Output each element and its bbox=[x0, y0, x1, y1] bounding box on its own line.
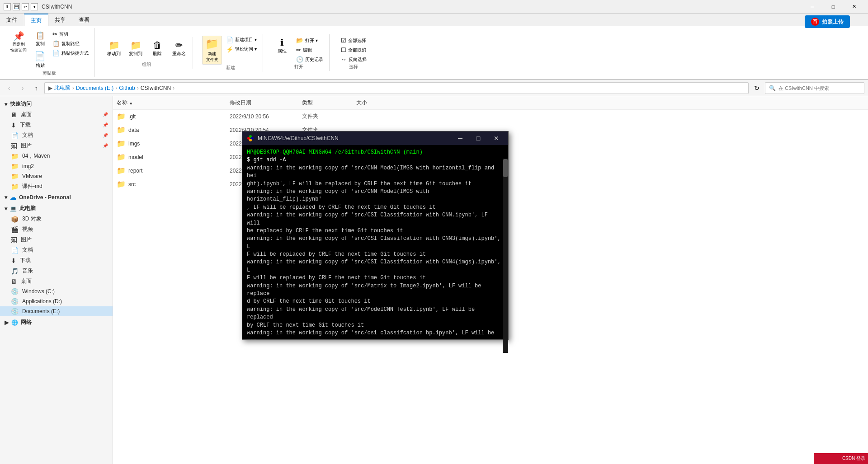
paste-button[interactable]: 📄 粘贴 bbox=[32, 49, 48, 70]
maximize-button[interactable]: □ bbox=[823, 0, 844, 14]
copy-path-icon: 📋 bbox=[52, 40, 60, 47]
dropdown-icon[interactable]: ▾ bbox=[31, 3, 38, 10]
pc-documents-label: 文档 bbox=[22, 246, 33, 254]
save-icon[interactable]: 💾 bbox=[13, 3, 20, 10]
sidebar-item-pc-documents[interactable]: 📄 文档 bbox=[0, 245, 113, 255]
history-icon: 🕒 bbox=[296, 56, 303, 63]
courseware-icon: 📁 bbox=[11, 183, 19, 190]
folder-icon: 📁 bbox=[117, 180, 126, 188]
new-item-button[interactable]: 📄 新建项目 ▾ bbox=[224, 36, 259, 44]
terminal-line: $ git add -A bbox=[247, 156, 504, 164]
path-computer[interactable]: 此电脑 bbox=[54, 84, 71, 92]
sidebar-item-vmware[interactable]: 📁 VMware bbox=[0, 171, 113, 181]
sidebar-item-drive-d[interactable]: 💿 Applications (D:) bbox=[0, 296, 113, 306]
sidebar-item-downloads[interactable]: ⬇ 下载 📌 bbox=[0, 120, 113, 130]
back-button[interactable]: ‹ bbox=[4, 83, 14, 94]
open-button[interactable]: 📂 打开 ▾ bbox=[294, 36, 326, 45]
terminal-maximize[interactable]: □ bbox=[471, 131, 486, 145]
invert-selection-button[interactable]: ↔ 反向选择 bbox=[339, 55, 369, 64]
refresh-button[interactable]: ↻ bbox=[751, 83, 762, 94]
upload-button[interactable]: 百 拍照上传 bbox=[805, 15, 850, 28]
onedrive-header[interactable]: ▾ ☁ OneDrive - Personal bbox=[0, 192, 113, 202]
3d-icon: 📦 bbox=[11, 216, 19, 223]
network-icon: 🌐 bbox=[11, 319, 18, 326]
quick-access-header[interactable]: ▾ 快速访问 bbox=[0, 99, 113, 109]
sidebar-item-3d[interactable]: 📦 3D 对象 bbox=[0, 214, 113, 224]
history-button[interactable]: 🕒 历史记录 bbox=[294, 55, 326, 64]
sidebar-item-img2[interactable]: 📁 img2 bbox=[0, 161, 113, 171]
this-pc-header[interactable]: ▾ 💻 此电脑 bbox=[0, 203, 113, 214]
terminal-line: , LF will be replaced by CRLF the next t… bbox=[247, 204, 504, 211]
search-box[interactable]: 🔍 bbox=[765, 82, 864, 94]
col-name[interactable]: 名称 ▲ bbox=[113, 98, 226, 108]
table-row[interactable]: 📁 .git 2022/9/10 20:56 文件夹 bbox=[113, 110, 868, 123]
move-to-button[interactable]: 📁 移动到 bbox=[104, 39, 124, 59]
paste-shortcut-icon: 📄 bbox=[52, 50, 60, 56]
cut-button[interactable]: ✂ 剪切 bbox=[50, 30, 91, 38]
sidebar-item-maven[interactable]: 📁 04，Maven bbox=[0, 151, 113, 161]
properties-button[interactable]: ℹ 属性 bbox=[272, 36, 292, 56]
edit-button[interactable]: ✏ 编辑 bbox=[294, 46, 326, 54]
file-size-cell bbox=[353, 116, 398, 117]
path-github[interactable]: Github bbox=[119, 85, 135, 91]
terminal-scrollbar[interactable] bbox=[503, 159, 508, 353]
sidebar-item-video[interactable]: 🎬 视频 bbox=[0, 224, 113, 234]
tab-share[interactable]: 共享 bbox=[48, 14, 72, 26]
easy-access-icon: ⚡ bbox=[226, 46, 233, 53]
img2-label: img2 bbox=[22, 163, 34, 169]
quick-access-icon[interactable]: ⬆ bbox=[4, 3, 11, 10]
forward-button[interactable]: › bbox=[17, 83, 28, 94]
terminal-body: HP@DESKTOP-QQH70AI MINGW64 /e/Github/CSI… bbox=[242, 145, 508, 339]
sidebar-item-desktop[interactable]: 🖥 桌面 📌 bbox=[0, 109, 113, 120]
window-controls: ─ □ ✕ bbox=[802, 0, 864, 14]
col-size[interactable]: 大小 bbox=[353, 98, 398, 108]
easy-access-button[interactable]: ⚡ 轻松访问 ▾ bbox=[224, 45, 259, 54]
tab-view[interactable]: 查看 bbox=[72, 14, 96, 26]
col-type[interactable]: 类型 bbox=[298, 98, 353, 108]
terminal-scrollbar-thumb[interactable] bbox=[503, 159, 508, 177]
minimize-button[interactable]: ─ bbox=[802, 0, 823, 14]
sidebar-item-music[interactable]: 🎵 音乐 bbox=[0, 266, 113, 276]
sidebar-item-pc-desktop[interactable]: 🖥 桌面 bbox=[0, 276, 113, 286]
select-all-button[interactable]: ☑ 全部选择 bbox=[339, 36, 369, 45]
delete-button[interactable]: 🗑 删除 bbox=[147, 39, 167, 59]
sidebar-item-pc-pictures[interactable]: 🖼 图片 bbox=[0, 234, 113, 245]
paste-shortcut-button[interactable]: 📄 粘贴快捷方式 bbox=[50, 49, 91, 57]
path-pc: ▶ bbox=[48, 85, 52, 91]
path-documents[interactable]: Documents (E:) bbox=[76, 85, 113, 91]
cut-icon: ✂ bbox=[52, 31, 57, 37]
pin-indicator3: 📌 bbox=[103, 133, 108, 138]
clipboard-label: 剪贴板 bbox=[42, 70, 56, 77]
address-path[interactable]: ▶ 此电脑 › Documents (E:) › Github › CSIwit… bbox=[44, 82, 749, 94]
sidebar-item-documents[interactable]: 📄 文档 📌 bbox=[0, 130, 113, 141]
deselect-all-button[interactable]: ☐ 全部取消 bbox=[339, 46, 369, 54]
sidebar-item-pictures[interactable]: 🖼 图片 📌 bbox=[0, 141, 113, 151]
sidebar-item-drive-c[interactable]: 💿 Windows (C:) bbox=[0, 286, 113, 296]
tab-file[interactable]: 文件 bbox=[0, 14, 24, 26]
search-input[interactable] bbox=[778, 85, 860, 91]
col-date[interactable]: 修改日期 bbox=[226, 98, 298, 108]
pin-to-quick-access-button[interactable]: 📌 固定到快速访问 bbox=[7, 30, 30, 55]
pc-desktop-icon: 🖥 bbox=[11, 278, 17, 285]
copy-path-button[interactable]: 📋 复制路径 bbox=[50, 39, 91, 48]
sidebar-item-courseware[interactable]: 📁 课件-md bbox=[0, 181, 113, 192]
rename-button[interactable]: ✏ 重命名 bbox=[169, 39, 189, 59]
img2-icon: 📁 bbox=[11, 163, 19, 170]
new-item-icon: 📄 bbox=[226, 37, 233, 43]
copy-to-button[interactable]: 📁 复制到 bbox=[126, 39, 146, 59]
copy-button[interactable]: 📋 复制 bbox=[32, 30, 48, 48]
sidebar-item-drive-e[interactable]: 💿 Documents (E:) bbox=[0, 306, 113, 316]
up-button[interactable]: ↑ bbox=[31, 83, 42, 94]
new-folder-button[interactable]: 📁 新建文件夹 bbox=[202, 36, 222, 65]
sidebar-item-pc-downloads[interactable]: ⬇ 下载 bbox=[0, 255, 113, 266]
close-button[interactable]: ✕ bbox=[844, 0, 864, 14]
sidebar: ▾ 快速访问 🖥 桌面 📌 ⬇ 下载 📌 📄 文档 📌 🖼 图片 � bbox=[0, 96, 113, 464]
terminal-minimize[interactable]: ─ bbox=[453, 131, 467, 145]
terminal-close[interactable]: ✕ bbox=[489, 131, 504, 145]
network-header[interactable]: ▶ 🌐 网络 bbox=[0, 317, 113, 328]
undo-icon[interactable]: ↩ bbox=[22, 3, 29, 10]
ribbon: 文件 主页 共享 查看 📌 固定到快速访问 📋 复制 📄 粘贴 bbox=[0, 14, 868, 80]
network-section: ▶ 🌐 网络 bbox=[0, 317, 113, 328]
pin-indicator2: 📌 bbox=[103, 122, 108, 127]
tab-home[interactable]: 主页 bbox=[24, 14, 48, 26]
